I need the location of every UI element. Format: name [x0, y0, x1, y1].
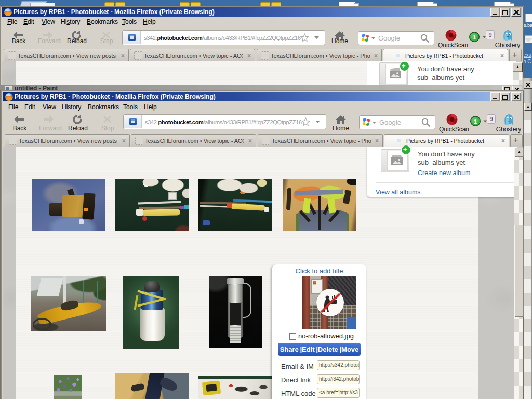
svg-text:1: 1 — [474, 118, 477, 125]
svg-text:1: 1 — [473, 34, 476, 41]
